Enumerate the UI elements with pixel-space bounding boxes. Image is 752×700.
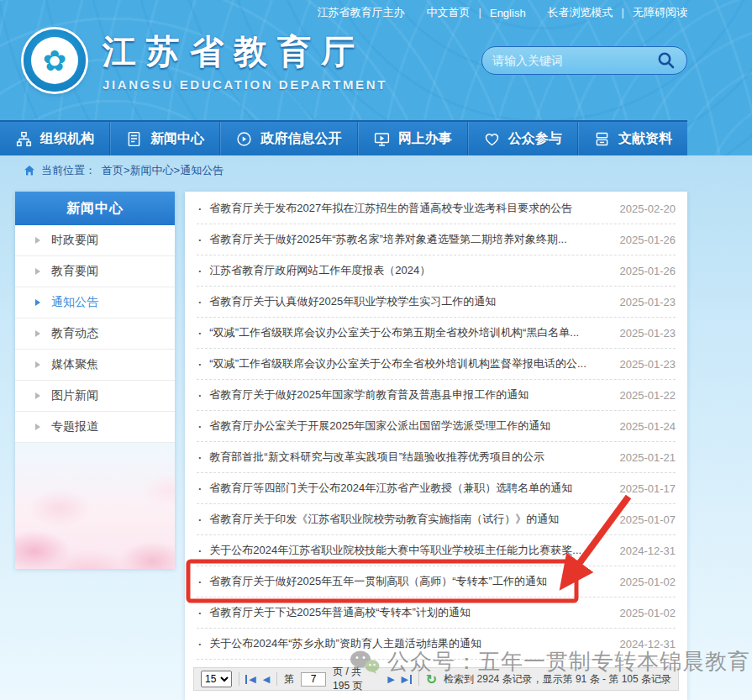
sidebar-title: 新闻中心 <box>15 192 175 225</box>
news-list-item[interactable]: 省教育厅关于印发《江苏省职业院校劳动教育实施指南（试行）》的通知 2025-01… <box>197 504 676 535</box>
sidebar-item-special-reports[interactable]: 专题报道 <box>15 412 175 443</box>
nav-item-documents[interactable]: 文献资料 <box>577 122 687 155</box>
page-number-input[interactable] <box>301 672 326 687</box>
news-list-item[interactable]: 省教育厅办公室关于开展2025年国家公派出国留学选派受理工作的通知 2025-0… <box>197 411 676 442</box>
sidebar-item-media-focus[interactable]: 媒体聚焦 <box>15 350 175 381</box>
prev-page-button[interactable]: ◀ <box>263 675 270 684</box>
refresh-icon[interactable]: ↻ <box>426 671 437 687</box>
news-date: 2025-01-22 <box>620 389 676 402</box>
sidebar-item-label: 时政要闻 <box>51 233 98 248</box>
news-list-item[interactable]: 省教育厅关于做好2025年国家学前教育普及普惠县申报工作的通知 2025-01-… <box>197 380 676 411</box>
info-disclosure-icon <box>235 130 253 148</box>
news-title[interactable]: “双减”工作省级联席会议办公室关于公布全省校外培训机构监督举报电话的公... <box>209 356 609 371</box>
magnolia-decoration-image <box>15 443 175 569</box>
nav-label: 公众参与 <box>508 130 562 148</box>
news-date: 2025-01-07 <box>620 513 676 526</box>
news-list-item[interactable]: “双减”工作省级联席会议办公室关于公布全省校外培训机构监督举报电话的公... 2… <box>197 349 676 380</box>
news-date: 2025-01-23 <box>620 358 676 371</box>
documents-icon <box>593 130 611 148</box>
first-page-button[interactable]: ◀ <box>245 675 255 684</box>
department-logo: ✿ <box>24 29 86 92</box>
chinese-home-link[interactable]: 中文首页 <box>427 5 490 20</box>
online-services-icon <box>373 130 391 148</box>
elder-mode-link[interactable]: 长者浏览模式 <box>548 5 633 20</box>
breadcrumb-path[interactable]: 首页>新闻中心>通知公告 <box>102 163 223 178</box>
news-list-item[interactable]: 教育部首批“新文科研究与改革实践项目”结题验收推荐优秀项目的公示 2025-01… <box>197 442 676 473</box>
nav-item-organization[interactable]: 组织机构 <box>0 122 109 155</box>
chevron-right-icon <box>35 299 40 306</box>
news-list-item[interactable]: 省教育厅关于做好2025年“苏教名家”培养对象遴选暨第二期培养对象终期... 2… <box>197 224 676 255</box>
nav-label: 组织机构 <box>40 130 94 148</box>
page-total-label: 页 / 共 195 页 <box>333 665 381 693</box>
nav-item-public-participation[interactable]: 公众参与 <box>467 122 577 155</box>
sidebar-item-label: 专题报道 <box>51 419 98 434</box>
nav-label: 新闻中心 <box>150 130 204 148</box>
news-title[interactable]: 省教育厅关于做好2025年“苏教名家”培养对象遴选暨第二期培养对象终期... <box>209 232 609 247</box>
news-date: 2025-02-20 <box>620 203 676 215</box>
sidebar-item-notices[interactable]: 通知公告 <box>15 287 175 318</box>
accessibility-link[interactable]: 无障碍阅读 <box>633 5 687 20</box>
nav-label: 文献资料 <box>618 130 672 148</box>
chevron-right-icon <box>35 237 40 244</box>
search-input[interactable] <box>492 54 656 67</box>
news-title[interactable]: 省教育厅关于做好2025年国家学前教育普及普惠县申报工作的通知 <box>209 387 609 403</box>
sidebar-item-label: 图片新闻 <box>51 388 98 403</box>
news-list-item[interactable]: 省教育厅关于下达2025年普通高校“专转本”计划的通知 2025-01-02 <box>197 597 676 629</box>
news-title[interactable]: 省教育厅办公室关于开展2025年国家公派出国留学选派受理工作的通知 <box>209 418 609 434</box>
english-link[interactable]: English <box>490 7 526 19</box>
divider <box>239 672 239 686</box>
last-page-button[interactable]: ▶ <box>402 675 412 684</box>
page-size-select[interactable]: 15 <box>201 671 232 687</box>
next-page-button[interactable]: ▶ <box>387 675 394 684</box>
news-list-item[interactable]: 省教育厅关于发布2027年拟在江苏招生的普通高校专业选考科目要求的公告 2025… <box>197 193 676 224</box>
chevron-right-icon <box>35 392 40 399</box>
search-icon[interactable] <box>656 50 676 71</box>
chevron-right-icon <box>35 268 40 275</box>
page-prefix-label: 第 <box>284 672 294 687</box>
divider <box>276 672 277 686</box>
nav-item-online-services[interactable]: 网上办事 <box>357 122 467 155</box>
news-title[interactable]: 省教育厅关于认真做好2025年职业学校学生实习工作的通知 <box>209 294 609 309</box>
news-list-item[interactable]: 省教育厅等四部门关于公布2024年江苏省产业教授（兼职）选聘名单的通知 2025… <box>197 473 676 504</box>
sidebar-item-photo-news[interactable]: 图片新闻 <box>15 381 175 412</box>
news-title[interactable]: 关于公布2024年江苏省职业院校技能大赛中等职业学校班主任能力比赛获奖... <box>209 543 609 558</box>
news-list-item[interactable]: 江苏省教育厅政府网站工作年度报表（2024） 2025-01-26 <box>197 255 676 287</box>
news-date: 2025-01-02 <box>620 607 676 619</box>
news-list-item-highlighted[interactable]: 省教育厅关于做好2025年五年一贯制高职（高师）“专转本”工作的通知 2025-… <box>197 566 676 597</box>
news-title[interactable]: 省教育厅关于做好2025年五年一贯制高职（高师）“专转本”工作的通知 <box>209 574 609 589</box>
site-title: 江苏省教育厅 <box>103 29 387 75</box>
news-date: 2025-01-02 <box>620 576 676 588</box>
main-nav: 组织机构 新闻中心 政府信息公开 <box>0 120 687 155</box>
news-date: 2024-12-31 <box>620 545 676 557</box>
news-list-item[interactable]: 省教育厅关于认真做好2025年职业学校学生实习工作的通知 2025-01-23 <box>197 287 676 318</box>
news-date: 2024-12-31 <box>620 638 676 650</box>
news-title[interactable]: 江苏省教育厅政府网站工作年度报表（2024） <box>209 263 609 278</box>
sidebar-item-education-news[interactable]: 教育要闻 <box>15 256 175 287</box>
sidebar-news-menu: 新闻中心 时政要闻 教育要闻 通知公告 教育动态 媒体聚焦 图片新闻 专题报道 <box>15 192 175 569</box>
news-title[interactable]: 关于公布2024年“苏乡永助”资助育人主题活动结果的通知 <box>209 636 609 651</box>
news-title[interactable]: 省教育厅关于发布2027年拟在江苏招生的普通高校专业选考科目要求的公告 <box>209 201 609 216</box>
org-chart-icon <box>15 130 33 148</box>
sidebar-item-education-dynamics[interactable]: 教育动态 <box>15 318 175 350</box>
brand-text: 江苏省教育厅 JIANGSU EDUCATION DEPARTMENT <box>103 29 387 92</box>
news-list-item[interactable]: “双减”工作省级联席会议办公室关于公布第五期全省校外培训机构“黑白名单... 2… <box>197 318 676 349</box>
nav-item-news-center[interactable]: 新闻中心 <box>109 122 219 155</box>
site-brand: ✿ 江苏省教育厅 JIANGSU EDUCATION DEPARTMENT <box>24 29 387 92</box>
nav-item-info-disclosure[interactable]: 政府信息公开 <box>219 122 357 155</box>
news-list-item[interactable]: 关于公布2024年江苏省职业院校技能大赛中等职业学校班主任能力比赛获奖... 2… <box>197 535 676 566</box>
records-summary: 检索到 2924 条记录，显示第 91 条 - 第 105 条记录 <box>444 672 671 687</box>
news-list-item[interactable]: 关于公布2024年“苏乡永助”资助育人主题活动结果的通知 2024-12-31 <box>197 629 676 660</box>
news-title[interactable]: “双减”工作省级联席会议办公室关于公布第五期全省校外培训机构“黑白名单... <box>209 325 609 340</box>
news-date: 2025-01-17 <box>620 482 676 495</box>
heart-icon <box>483 130 501 148</box>
news-title[interactable]: 省教育厅关于印发《江苏省职业院校劳动教育实施指南（试行）》的通知 <box>209 512 609 527</box>
news-title[interactable]: 省教育厅关于下达2025年普通高校“专转本”计划的通知 <box>209 605 609 620</box>
news-date: 2025-01-23 <box>620 327 676 339</box>
chevron-right-icon <box>35 424 40 430</box>
host-link[interactable]: 江苏省教育厅主办 <box>318 5 405 20</box>
news-title[interactable]: 省教育厅等四部门关于公布2024年江苏省产业教授（兼职）选聘名单的通知 <box>209 481 609 496</box>
news-title[interactable]: 教育部首批“新文科研究与改革实践项目”结题验收推荐优秀项目的公示 <box>209 450 609 465</box>
sidebar-item-current-affairs[interactable]: 时政要闻 <box>15 225 175 256</box>
breadcrumb-label: 当前位置： <box>41 163 96 178</box>
breadcrumb: 当前位置： 首页>新闻中心>通知公告 <box>24 163 223 178</box>
